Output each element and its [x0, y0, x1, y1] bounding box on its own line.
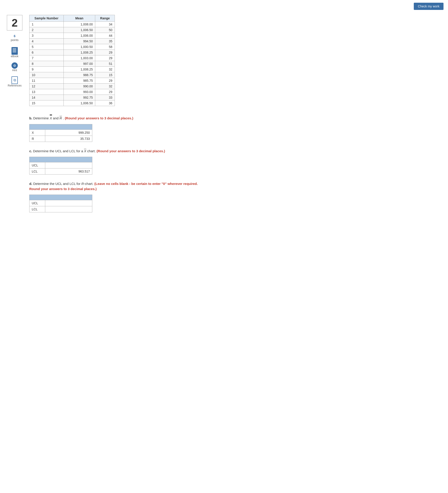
- mean-value: 1,006.50: [64, 101, 95, 106]
- problem-number: 2: [7, 15, 22, 31]
- range-value: 33: [95, 95, 115, 101]
- table-row: 14 992.75 33: [30, 95, 115, 101]
- mean-value: 1,003.00: [64, 56, 95, 61]
- table-row: 12 990.00 32: [30, 84, 115, 89]
- hint-icon: ⊙: [11, 62, 18, 69]
- ebook-label: eBook: [11, 55, 19, 58]
- section-d-label: d. Determine the UCL and LCL for R-chart…: [29, 181, 444, 191]
- mean-value: 1,008.25: [64, 67, 95, 72]
- table-row: 9 1,008.25 32: [30, 67, 115, 72]
- section-c-prefix: c.: [29, 149, 32, 153]
- col-header-range: Range: [95, 15, 115, 22]
- table-row: UCL: [30, 162, 92, 168]
- lcl-value[interactable]: 963.517: [45, 168, 92, 175]
- col-header-sample: Sample Number: [30, 15, 64, 22]
- section-b-prefix: b.: [29, 116, 32, 120]
- table-row: 6 1,008.25 29: [30, 50, 115, 56]
- sidebar: 2 6 points eBook ⊙ Hint References: [4, 15, 25, 219]
- references-label: References: [8, 84, 22, 87]
- sidebar-item-ebook[interactable]: eBook: [11, 47, 19, 58]
- section-b-answer-table: X 999.250 R 35.733: [29, 124, 92, 142]
- lcl-label: LCL: [30, 168, 45, 175]
- sidebar-item-references[interactable]: References: [8, 76, 22, 87]
- sample-number: 13: [30, 89, 64, 95]
- section-d-answer-table: UCL LCL: [29, 195, 92, 212]
- mean-value: 992.75: [64, 95, 95, 101]
- table-row: 7 1,003.00 29: [30, 56, 115, 61]
- table-row: LCL: [30, 206, 92, 212]
- section-b-math1: X: [50, 115, 52, 121]
- sample-number: 4: [30, 38, 64, 44]
- range-value: 29: [95, 50, 115, 56]
- range-value: 58: [95, 44, 115, 50]
- ucl-value[interactable]: [45, 162, 92, 168]
- mean-value: 1,008.00: [64, 22, 95, 27]
- mean-value: 993.00: [64, 89, 95, 95]
- sample-number: 1: [30, 22, 64, 27]
- mean-value: 1,000.50: [64, 44, 95, 50]
- row-r-label: R: [30, 135, 45, 142]
- range-value: 35: [95, 38, 115, 44]
- mean-value: 997.00: [64, 61, 95, 67]
- sample-number: 6: [30, 50, 64, 56]
- section-d-math: R: [81, 182, 84, 186]
- sample-number: 14: [30, 95, 64, 101]
- col-header-mean: Mean: [64, 15, 95, 22]
- hint-label: Hint: [12, 69, 17, 72]
- range-value: 29: [95, 56, 115, 61]
- sample-number: 11: [30, 78, 64, 84]
- d-ucl-value[interactable]: [45, 200, 92, 206]
- range-value: 34: [95, 22, 115, 27]
- table-row: 13 993.00 29: [30, 89, 115, 95]
- section-b-instruction: (Round your answers to 3 decimal places.…: [65, 116, 133, 120]
- mean-value: 988.75: [64, 72, 95, 78]
- d-ucl-label: UCL: [30, 200, 45, 206]
- sample-data-table: Sample Number Mean Range 1 1,008.00 34 2…: [29, 15, 115, 106]
- mean-value: 994.50: [64, 38, 95, 44]
- table-row: 15 1,006.50 36: [30, 101, 115, 106]
- ucl-label: UCL: [30, 162, 45, 168]
- d-lcl-label: LCL: [30, 206, 45, 212]
- section-c-table-header: [30, 157, 92, 162]
- row-x-value[interactable]: 999.250: [45, 130, 92, 135]
- main-content: Sample Number Mean Range 1 1,008.00 34 2…: [25, 15, 444, 219]
- sample-number: 15: [30, 101, 64, 106]
- section-d-instruction-2: Round your answers to 3 decimal places.): [29, 187, 97, 191]
- table-row: 4 994.50 35: [30, 38, 115, 44]
- sample-number: 7: [30, 56, 64, 61]
- table-row: 11 985.75 29: [30, 78, 115, 84]
- mean-value: 1,006.50: [64, 27, 95, 33]
- section-d-instruction-1: (Leave no cells blank - be certain to en…: [94, 182, 198, 186]
- sample-number: 9: [30, 67, 64, 72]
- section-d-prefix: d.: [29, 182, 32, 186]
- range-value: 32: [95, 84, 115, 89]
- sample-number: 8: [30, 61, 64, 67]
- sidebar-item-hint[interactable]: ⊙ Hint: [11, 62, 18, 72]
- range-value: 29: [95, 89, 115, 95]
- section-c-instruction: (Round your answers to 3 decimal places.…: [97, 149, 165, 153]
- range-value: 50: [95, 27, 115, 33]
- sample-number: 5: [30, 44, 64, 50]
- table-row: LCL 963.517: [30, 168, 92, 175]
- range-value: 51: [95, 61, 115, 67]
- range-value: 32: [95, 67, 115, 72]
- section-b-math2: R: [59, 116, 62, 120]
- check-my-work-button[interactable]: Check my work: [414, 3, 444, 10]
- top-bar: Check my work: [0, 0, 448, 13]
- table-row: R 35.733: [30, 135, 92, 142]
- sample-number: 2: [30, 27, 64, 33]
- row-x-label: X: [30, 130, 45, 135]
- section-c-label: c. Determine the UCL and LCL for a X cha…: [29, 149, 444, 154]
- table-row: X 999.250: [30, 130, 92, 135]
- section-c-answer-table: UCL LCL 963.517: [29, 157, 92, 175]
- section-c-math: X: [84, 149, 86, 153]
- references-icon: [11, 76, 18, 84]
- table-row: UCL: [30, 200, 92, 206]
- table-row: 2 1,006.50 50: [30, 27, 115, 33]
- row-r-value[interactable]: 35.733: [45, 135, 92, 142]
- range-value: 36: [95, 101, 115, 106]
- range-value: 29: [95, 78, 115, 84]
- sample-number: 3: [30, 33, 64, 38]
- points-value: 6: [14, 34, 16, 38]
- d-lcl-value[interactable]: [45, 206, 92, 212]
